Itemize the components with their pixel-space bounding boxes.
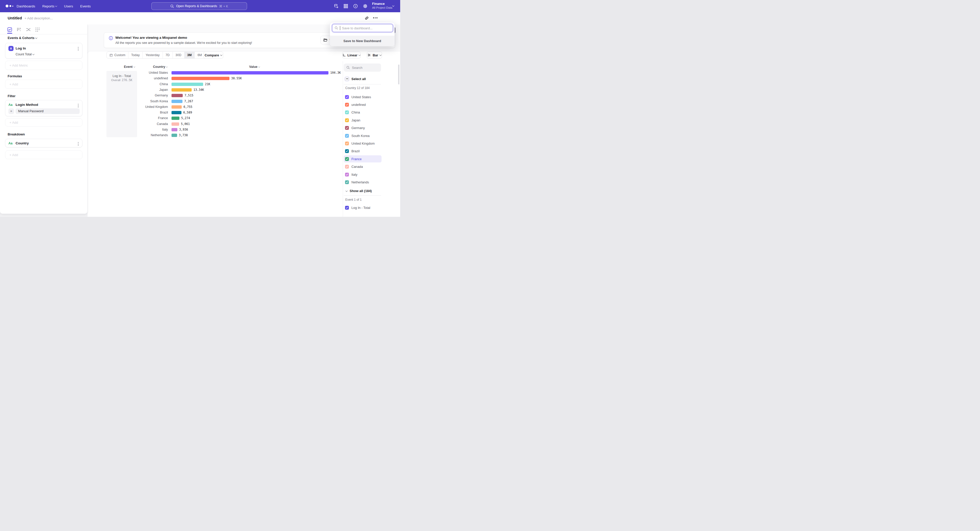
save-to-new-dashboard-button[interactable]: Save to New Dashboard [330, 36, 395, 46]
legend-row-united-states[interactable]: United States [344, 94, 382, 100]
copy-link-icon[interactable] [364, 16, 369, 21]
events-section-label[interactable]: Events & Cohorts [8, 36, 37, 40]
legend-row-south-korea[interactable]: South Korea [344, 132, 382, 139]
bar-canada[interactable] [172, 122, 179, 126]
bar-category-label[interactable]: Japan [139, 88, 168, 92]
legend-checkbox-brazil[interactable] [345, 149, 349, 153]
bar-category-label[interactable]: United States [139, 71, 168, 74]
yaxis-scale-button[interactable]: Linear [342, 52, 361, 59]
legend-checkbox-united-states[interactable] [345, 95, 349, 99]
kebab-menu-icon[interactable] [77, 141, 79, 146]
filter-property[interactable]: Login Method [16, 103, 38, 106]
legend-row-netherlands[interactable]: Netherlands [344, 179, 382, 185]
bar-category-label[interactable]: undefined [139, 77, 168, 80]
legend-row-undefined[interactable]: undefined [344, 101, 382, 108]
legend-checkbox-united-kingdom[interactable] [345, 141, 349, 145]
show-all-button[interactable]: Show all (184) [344, 187, 372, 194]
bar-category-label[interactable]: Canada [139, 122, 168, 126]
bar-united-states[interactable] [172, 71, 328, 74]
legend-row-italy[interactable]: Italy [344, 171, 382, 178]
legend-row-united-kingdom[interactable]: United Kingdom [344, 140, 382, 147]
event-legend-row[interactable]: Log In - Total [344, 204, 382, 211]
chart-type-button[interactable]: Bar [367, 52, 382, 59]
bar-category-label[interactable]: France [139, 117, 168, 120]
legend-row-brazil[interactable]: Brazil [344, 148, 382, 155]
legend-checkbox-netherlands[interactable] [345, 180, 349, 184]
legend-checkbox-south-korea[interactable] [345, 134, 349, 138]
legend-row-japan[interactable]: Japan [344, 117, 382, 124]
range-3m[interactable]: 3M [184, 52, 194, 59]
filter-operator[interactable]: = [8, 108, 14, 114]
nav-item-reports[interactable]: Reports [42, 4, 57, 8]
bar-south-korea[interactable] [172, 100, 183, 103]
apps-grid-icon[interactable] [343, 3, 349, 9]
bar-japan[interactable] [172, 88, 192, 92]
bar-italy[interactable] [172, 128, 177, 132]
add-filter-button[interactable]: + Add [5, 118, 83, 127]
save-dashboard-search-input[interactable]: Save to dashboard... [332, 24, 393, 32]
legend-row-france[interactable]: France [344, 155, 382, 162]
bar-category-label[interactable]: United Kingdom [139, 105, 168, 109]
breakdown-property[interactable]: Country [16, 141, 29, 145]
range-7d[interactable]: 7D [162, 52, 172, 59]
filter-card[interactable]: Aa Login Method = Manual Password [5, 100, 83, 116]
bar-undefined[interactable] [172, 77, 229, 80]
add-description-field[interactable]: + Add description... [24, 16, 53, 20]
scrollbar-thumb[interactable] [398, 65, 399, 84]
event-checkbox[interactable] [345, 206, 349, 210]
project-selector[interactable]: Finance All Project Data [372, 2, 392, 10]
legend-checkbox-japan[interactable] [345, 118, 349, 122]
data-management-icon[interactable] [333, 3, 339, 9]
compare-button[interactable]: Compare [204, 52, 223, 59]
global-search-button[interactable]: Open Reports & Dashboards ⌘ + K [151, 2, 247, 10]
range-30d[interactable]: 30D [172, 52, 184, 59]
nav-item-users[interactable]: Users [64, 4, 73, 8]
legend-row-china[interactable]: China [344, 109, 382, 116]
legend-checkbox-china[interactable] [345, 111, 349, 114]
tab-retention-icon[interactable] [35, 27, 40, 32]
range-today[interactable]: Today [128, 52, 142, 59]
legend-checkbox-canada[interactable] [345, 165, 349, 169]
bar-category-label[interactable]: China [139, 82, 168, 86]
bar-category-label[interactable]: Germany [139, 94, 168, 97]
mixpanel-logo-icon[interactable] [6, 5, 13, 7]
tab-insights-icon[interactable] [7, 27, 12, 32]
tab-flows-icon[interactable] [26, 27, 31, 32]
kebab-menu-icon[interactable] [77, 46, 79, 51]
legend-checkbox-undefined[interactable] [345, 103, 349, 106]
report-title[interactable]: Untitled [8, 16, 22, 20]
bar-category-label[interactable]: Brazil [139, 111, 168, 114]
bar-united-kingdom[interactable] [172, 105, 182, 109]
event-name[interactable]: Log In [16, 46, 26, 50]
add-metric-button[interactable]: + Add Metric [5, 61, 83, 70]
kebab-menu-icon[interactable] [77, 103, 79, 108]
bar-netherlands[interactable] [172, 134, 177, 137]
bar-category-label[interactable]: Italy [139, 128, 168, 132]
bar-category-label[interactable]: Netherlands [139, 134, 168, 137]
nav-item-events[interactable]: Events [80, 4, 91, 8]
legend-row-canada[interactable]: Canada [344, 163, 382, 170]
bar-china[interactable] [172, 82, 203, 86]
bar-france[interactable] [172, 117, 180, 120]
add-breakdown-button[interactable]: + Add [5, 151, 83, 159]
column-header-event[interactable]: Event [118, 65, 142, 68]
add-formula-button[interactable]: + Add [5, 79, 83, 89]
column-header-country[interactable]: Country [148, 65, 172, 68]
legend-row-germany[interactable]: Germany [344, 124, 382, 132]
select-all-checkbox[interactable] [345, 77, 349, 81]
legend-checkbox-france[interactable] [345, 157, 349, 161]
range-yesterday[interactable]: Yesterday [142, 52, 162, 59]
settings-gear-icon[interactable] [362, 3, 368, 9]
help-icon[interactable]: ? [352, 3, 359, 9]
filter-value[interactable]: Manual Password [16, 108, 80, 114]
bar-category-label[interactable]: South Korea [139, 100, 168, 103]
select-all-row[interactable]: Select all [344, 76, 381, 82]
range-custom[interactable]: Custom [107, 52, 128, 59]
tab-funnels-icon[interactable] [16, 27, 21, 32]
bar-brazil[interactable] [172, 111, 181, 114]
legend-checkbox-germany[interactable] [345, 126, 349, 130]
legend-checkbox-italy[interactable] [345, 173, 349, 176]
more-options-icon[interactable] [373, 17, 377, 18]
bar-germany[interactable] [172, 94, 183, 97]
nav-item-dashboards[interactable]: Dashboards [17, 4, 35, 8]
